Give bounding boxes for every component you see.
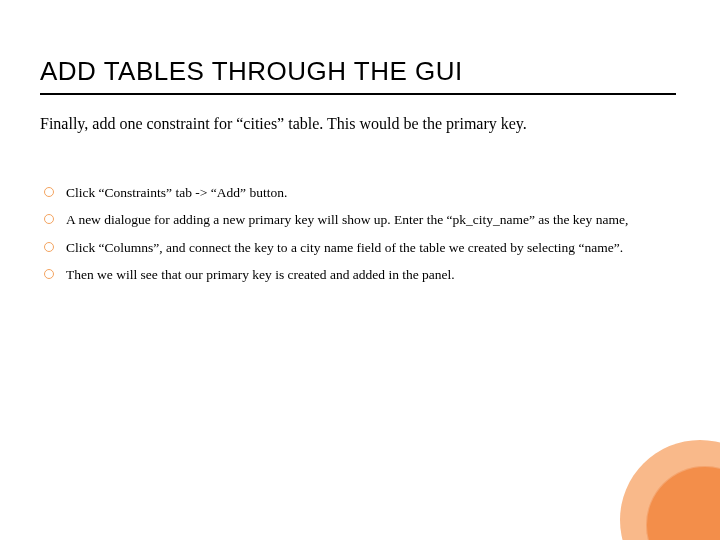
bullet-list: Click “Constraints” tab -> “Add” button.…	[40, 183, 676, 285]
decorative-corner	[610, 430, 720, 540]
list-item: Then we will see that our primary key is…	[44, 265, 676, 285]
intro-text: Finally, add one constraint for “cities”…	[40, 113, 676, 135]
list-item: Click “Columns”, and connect the key to …	[44, 238, 676, 258]
list-item: A new dialogue for adding a new primary …	[44, 210, 676, 230]
decorative-circle-outer	[620, 440, 720, 540]
slide: ADD TABLES THROUGH THE GUI Finally, add …	[0, 0, 720, 540]
page-title: ADD TABLES THROUGH THE GUI	[40, 56, 676, 95]
list-item: Click “Constraints” tab -> “Add” button.	[44, 183, 676, 203]
decorative-circle-inner	[646, 466, 720, 540]
